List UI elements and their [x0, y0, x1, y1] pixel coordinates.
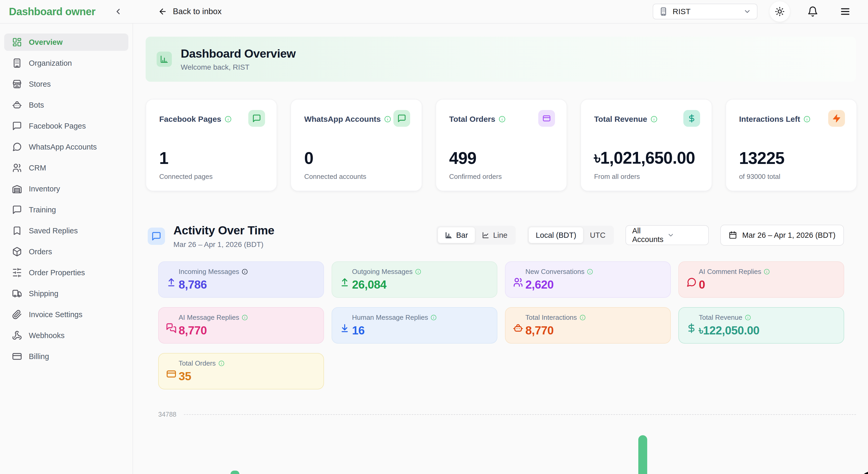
sidebar-item-orders[interactable]: Orders [4, 243, 128, 260]
sidebar-item-label: Billing [29, 352, 49, 361]
sidebar-header: Dashboard owner [0, 0, 133, 23]
info-icon[interactable] [431, 315, 437, 320]
chevron-down-icon [667, 231, 702, 239]
info-icon[interactable] [499, 116, 505, 123]
notifications-button[interactable] [807, 6, 818, 17]
theme-toggle-button[interactable] [770, 1, 790, 22]
info-icon[interactable] [587, 269, 593, 275]
activity-title: Activity Over Time [174, 224, 274, 237]
date-range-picker[interactable]: Mar 26 – Apr 1, 2026 (BDT) [720, 225, 844, 246]
stat-label: Interactions Left [739, 115, 800, 124]
line-view-label: Line [493, 231, 507, 240]
stat-card-whatsapp-accounts: WhatsApp Accounts 0 Connected accounts [290, 99, 422, 191]
store-icon [12, 79, 22, 89]
sidebar-item-label: Bots [29, 101, 44, 109]
sidebar-item-label: Facebook Pages [29, 122, 86, 130]
utc-tz-button[interactable]: UTC [583, 227, 612, 243]
info-icon[interactable] [580, 315, 586, 320]
dashboard-overview-banner: Dashboard Overview Welcome back, RIST [146, 37, 856, 82]
sidebar-item-whatsapp-accounts[interactable]: WhatsApp Accounts [4, 138, 128, 156]
layout-dashboard-icon [12, 37, 22, 47]
brand-title: Dashboard owner [9, 6, 95, 18]
info-icon[interactable] [242, 269, 248, 275]
topbar-actions: RIST [653, 1, 868, 22]
message-square-icon [12, 121, 22, 131]
sidebar-nav: Overview Organization Stores Bots Facebo… [0, 24, 133, 474]
metric-label: Incoming Messages [179, 267, 239, 276]
main-menu-button[interactable] [840, 6, 851, 17]
info-icon[interactable] [764, 269, 770, 275]
sidebar-item-invoice-settings[interactable]: Invoice Settings [4, 306, 128, 323]
sidebar-item-bots[interactable]: Bots [4, 96, 128, 114]
message-circle-icon [686, 277, 697, 288]
bar-chart-icon [445, 231, 453, 239]
metric-value: 35 [179, 370, 318, 383]
truck-icon [12, 289, 22, 298]
webhook-icon [12, 330, 22, 341]
credit-card-icon [538, 110, 555, 127]
arrow-up-from-line-icon [339, 277, 350, 288]
sidebar-item-shipping[interactable]: Shipping [4, 285, 128, 302]
metric-incoming-messages: Incoming Messages 8,786 [158, 261, 324, 298]
sidebar-item-label: Organization [29, 59, 72, 68]
account-filter-select[interactable]: All Accounts [625, 225, 709, 245]
sidebar-item-organization[interactable]: Organization [4, 55, 128, 72]
sidebar-item-label: CRM [29, 164, 46, 172]
bookmark-icon [12, 226, 22, 236]
sidebar-item-label: Stores [29, 80, 51, 89]
back-to-inbox-button[interactable]: Back to inbox [158, 7, 222, 16]
activity-section-header: Activity Over Time Mar 26 – Apr 1, 2026 … [148, 224, 274, 249]
info-icon[interactable] [415, 269, 421, 275]
line-view-button[interactable]: Line [475, 227, 515, 243]
sidebar-item-crm[interactable]: CRM [4, 159, 128, 177]
info-icon[interactable] [651, 116, 657, 123]
sidebar-item-saved-replies[interactable]: Saved Replies [4, 222, 128, 239]
metric-label: Total Revenue [699, 313, 742, 322]
sidebar-item-webhooks[interactable]: Webhooks [4, 327, 128, 344]
metric-total-orders: Total Orders 35 [158, 353, 324, 389]
zap-icon [828, 110, 845, 127]
stat-label: Total Orders [449, 115, 495, 124]
sidebar-item-order-properties[interactable]: Order Properties [4, 264, 128, 281]
info-icon[interactable] [384, 116, 391, 123]
info-icon[interactable] [242, 315, 248, 320]
dashed-gridline [184, 414, 856, 415]
paperclip-icon [12, 310, 22, 319]
utc-tz-label: UTC [590, 231, 606, 240]
sidebar-item-facebook-pages[interactable]: Facebook Pages [4, 117, 128, 135]
info-icon[interactable] [804, 116, 810, 123]
chart-gridline-row: 34788 [146, 411, 856, 418]
local-tz-button[interactable]: Local (BDT) [529, 227, 583, 243]
metric-value: 16 [352, 324, 492, 337]
sidebar-item-billing[interactable]: Billing [4, 348, 128, 365]
sidebar-collapse-button[interactable] [114, 7, 123, 16]
info-icon[interactable] [218, 360, 224, 367]
stat-card-facebook-pages: Facebook Pages 1 Connected pages [146, 99, 277, 191]
metric-label: Outgoing Messages [352, 267, 412, 276]
back-to-inbox-label: Back to inbox [173, 7, 222, 16]
bell-icon [807, 6, 818, 17]
info-icon[interactable] [225, 116, 231, 123]
metric-value: ৳122,050.00 [699, 324, 838, 337]
date-range-value: Mar 26 – Apr 1, 2026 (BDT) [742, 231, 836, 240]
topbar: Dashboard owner Back to inbox RIST [0, 0, 868, 24]
sidebar-item-overview[interactable]: Overview [4, 34, 128, 51]
organization-select[interactable]: RIST [653, 4, 757, 20]
activity-metric-chips: Incoming Messages 8,786 Outgoing Message… [158, 261, 845, 389]
sidebar-item-training[interactable]: Training [4, 201, 128, 218]
stat-card-interactions-left: Interactions Left 13225 of 93000 total [725, 99, 857, 191]
chart-bar [230, 471, 239, 474]
sidebar-item-inventory[interactable]: Inventory [4, 180, 128, 197]
activity-date-range-label: Mar 26 – Apr 1, 2026 (BDT) [174, 241, 274, 249]
line-chart-icon [482, 231, 490, 239]
metric-ai-message-replies: AI Message Replies 8,770 [158, 307, 324, 344]
sidebar-item-stores[interactable]: Stores [4, 75, 128, 93]
bar-view-button[interactable]: Bar [438, 227, 475, 243]
metric-value: 26,084 [352, 278, 492, 291]
dollar-sign-icon [683, 110, 700, 127]
sidebar-item-label: Saved Replies [29, 226, 78, 235]
hamburger-menu-icon [840, 6, 851, 17]
info-icon[interactable] [745, 315, 751, 320]
building-icon [12, 58, 22, 68]
stat-card-total-orders: Total Orders 499 Confirmed orders [436, 99, 567, 191]
